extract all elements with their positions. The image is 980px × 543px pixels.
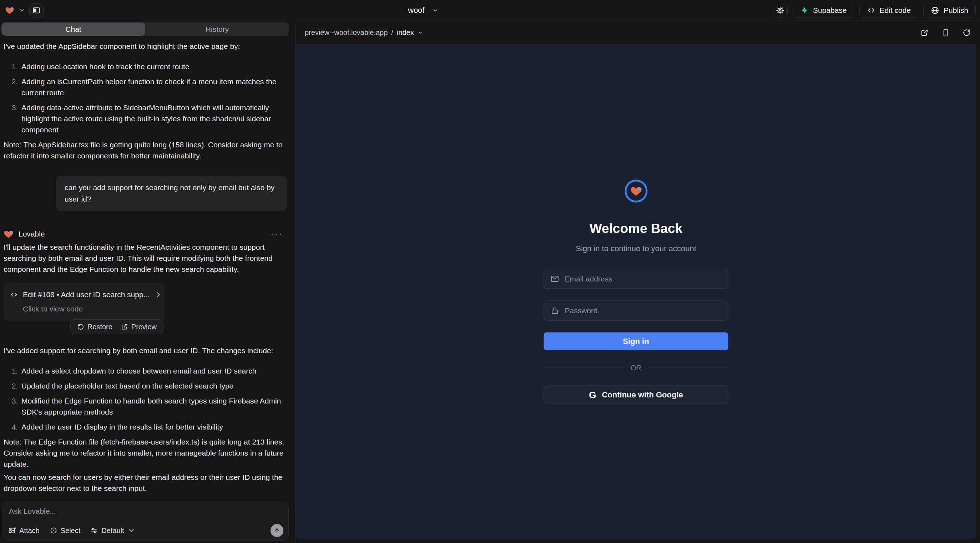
project-menu-chevron-down-icon[interactable]	[19, 7, 25, 14]
chevron-down-icon	[127, 527, 135, 534]
attach-image-icon	[8, 527, 16, 534]
edit-card-header: Edit #108 • Add user ID search supp...	[10, 289, 159, 300]
topbar: woof Supabase	[0, 0, 980, 21]
assistant-note: Note: The Edge Function file (fetch-fire…	[3, 436, 287, 470]
settings-button[interactable]	[773, 3, 788, 18]
select-target-icon	[49, 527, 57, 534]
edit-card-actions: Restore Preview	[70, 319, 164, 334]
assistant-paragraph: I'll update the search functionality in …	[3, 241, 287, 275]
email-field-wrap	[544, 269, 729, 289]
lovable-avatar-heart-icon	[3, 229, 14, 239]
chat-panel: Chat History I've updated the AppSidebar…	[0, 21, 291, 543]
publish-button[interactable]: Publish	[923, 3, 976, 18]
assistant-paragraph: I've updated the AppSidebar component to…	[3, 41, 287, 52]
divider-line	[649, 368, 729, 368]
refresh-icon[interactable]	[963, 29, 971, 37]
edit-code-button[interactable]: Edit code	[859, 3, 919, 18]
preview-button[interactable]: Preview	[121, 321, 157, 332]
select-button[interactable]: Select	[49, 527, 81, 535]
assistant-paragraph: You can now search for users by either t…	[3, 472, 287, 494]
preview-viewport: Welcome Back Sign in to continue to your…	[296, 44, 977, 540]
assistant-name: Lovable	[19, 228, 45, 240]
topbar-left	[5, 0, 43, 21]
divider-label: OR	[631, 364, 641, 372]
preview-domain: preview--woof.lovable.app	[305, 29, 388, 37]
globe-icon	[931, 6, 939, 14]
restore-label: Restore	[88, 321, 112, 332]
external-link-icon	[121, 323, 128, 330]
preview-panel: preview--woof.lovable.app / index Welcom…	[295, 21, 980, 543]
mode-label: Default	[101, 527, 124, 535]
list-item: Updated the placeholder text based on th…	[20, 380, 287, 391]
message-more-menu[interactable]: ···	[270, 228, 283, 240]
chevron-right-icon	[154, 291, 162, 298]
code-brackets-icon	[867, 6, 875, 14]
list-item: Adding useLocation hook to track the cur…	[20, 61, 287, 72]
app-logo	[625, 180, 648, 203]
project-name: woof	[408, 6, 424, 15]
chat-history-tabs: Chat History	[2, 22, 289, 36]
supabase-bolt-icon	[800, 6, 809, 14]
open-in-new-tab-icon[interactable]	[920, 29, 929, 37]
assistant-list: Adding useLocation hook to track the cur…	[3, 61, 287, 135]
restore-button[interactable]: Restore	[77, 321, 112, 332]
app-window: woof Supabase	[0, 0, 980, 543]
assistant-paragraph: I've added support for searching by both…	[3, 345, 287, 356]
gear-icon	[776, 6, 784, 14]
signin-card: Welcome Back Sign in to continue to your…	[544, 180, 729, 404]
restore-icon	[77, 323, 84, 330]
google-button-label: Continue with Google	[602, 390, 683, 400]
mobile-view-icon[interactable]	[942, 29, 950, 37]
preview-header: preview--woof.lovable.app / index	[296, 21, 980, 44]
edit-card-subtitle: Click to view code	[23, 303, 159, 314]
google-sign-in-button[interactable]: G Continue with Google	[544, 386, 729, 404]
supabase-label: Supabase	[813, 6, 847, 14]
send-button[interactable]	[270, 524, 283, 537]
project-chevron-down-icon	[432, 7, 439, 14]
lock-icon	[550, 306, 559, 315]
route-chevron-down-icon	[418, 30, 423, 35]
chat-input[interactable]	[9, 507, 282, 523]
composer-toolbar: Attach Select Default	[8, 524, 283, 537]
heart-logo-icon	[630, 185, 642, 197]
assistant-note: Note: The AppSidebar.tsx file is getting…	[3, 139, 287, 161]
tab-chat[interactable]: Chat	[2, 22, 145, 36]
edit-card[interactable]: Edit #108 • Add user ID search supp... C…	[3, 283, 165, 321]
google-g-icon: G	[589, 389, 596, 400]
sidebar-toggle-button[interactable]	[29, 3, 43, 17]
list-item: Added a select dropdown to choose betwee…	[20, 365, 287, 376]
supabase-button[interactable]: Supabase	[793, 3, 854, 18]
path-separator: /	[391, 29, 393, 37]
code-icon	[10, 291, 18, 298]
arrow-up-icon	[274, 527, 280, 534]
signin-form: Sign in OR G Continue with Google	[544, 269, 729, 404]
composer: Attach Select Default	[2, 502, 289, 541]
mode-selector[interactable]: Default	[90, 527, 135, 535]
sliders-icon	[90, 527, 98, 534]
topbar-actions: Supabase Edit code Publish	[773, 3, 976, 18]
preview-url[interactable]: preview--woof.lovable.app / index	[305, 29, 423, 37]
lovable-logo-heart-icon[interactable]	[5, 6, 14, 15]
email-field[interactable]	[544, 269, 728, 289]
password-field-wrap	[544, 301, 729, 321]
preview-page: index	[397, 29, 414, 37]
list-item: Adding an isCurrentPath helper function …	[20, 76, 287, 98]
tab-history[interactable]: History	[145, 22, 289, 36]
page-subtitle: Sign in to continue to your account	[576, 244, 696, 253]
list-item: Modified the Edge Function to handle bot…	[20, 395, 287, 418]
chat-messages: I've updated the AppSidebar component to…	[3, 38, 287, 500]
preview-label: Preview	[131, 321, 157, 332]
publish-label: Publish	[943, 6, 968, 14]
list-item: Adding data-active attribute to SidebarM…	[20, 102, 287, 135]
attach-button[interactable]: Attach	[8, 527, 40, 535]
assistant-header: Lovable ···	[3, 228, 287, 240]
password-field[interactable]	[544, 301, 728, 321]
panel-left-icon	[32, 6, 40, 14]
or-divider: OR	[544, 364, 729, 372]
sign-in-button[interactable]: Sign in	[544, 332, 729, 350]
project-title[interactable]: woof	[408, 0, 439, 21]
list-item: Added the user ID display in the results…	[20, 421, 287, 432]
divider-line	[544, 368, 624, 368]
assistant-list: Added a select dropdown to choose betwee…	[3, 365, 287, 432]
page-title: Welcome Back	[590, 221, 683, 236]
